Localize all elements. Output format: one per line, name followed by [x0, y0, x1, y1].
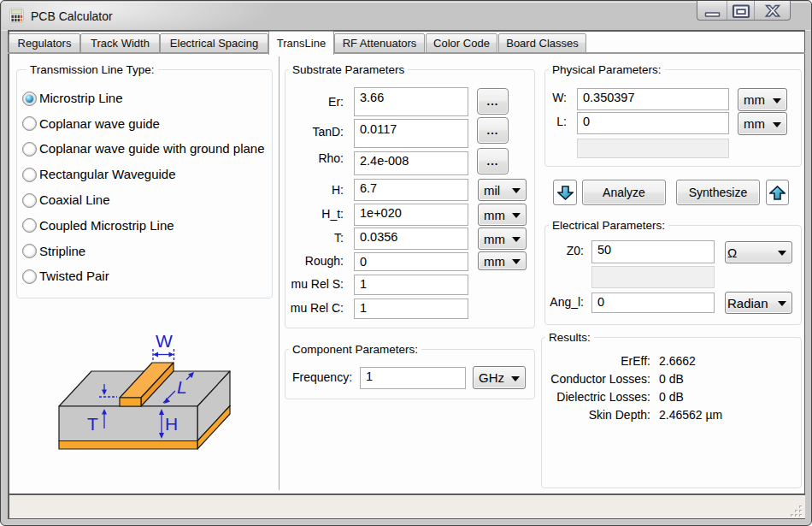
svg-text:H: H [165, 414, 178, 434]
svg-text:W: W [156, 331, 173, 351]
svg-text:L: L [177, 377, 187, 397]
svg-text:T: T [87, 414, 98, 434]
